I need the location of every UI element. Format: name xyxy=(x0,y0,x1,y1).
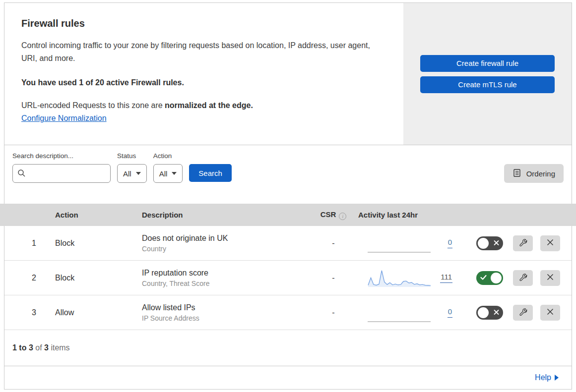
action-label: Action xyxy=(153,152,183,160)
filter-bar: Search description... Status All Action xyxy=(4,145,572,204)
search-label: Search description... xyxy=(12,152,111,160)
search-field-wrap xyxy=(12,164,111,183)
items-count-text: 1 to 3 of 3 items xyxy=(12,343,70,352)
firewall-overview-card: Firewall rules Control incoming traffic … xyxy=(4,2,572,145)
rule-enable-toggle[interactable] xyxy=(476,236,503,250)
rule-description-cell: Allow listed IPs IP Source Address xyxy=(137,303,309,322)
items-of: of xyxy=(33,343,44,352)
rule-description: IP reputation score xyxy=(142,269,309,278)
help-link[interactable]: Help xyxy=(535,373,551,382)
csr-header-label: CSR xyxy=(320,210,336,219)
rule-description-cell: Does not originate in UK Country xyxy=(137,234,309,253)
actions-panel: Create firewall rule Create mTLS rule xyxy=(403,3,572,145)
status-select[interactable]: All xyxy=(117,164,147,183)
search-icon xyxy=(17,169,26,179)
rule-criteria: Country xyxy=(142,245,309,253)
normalization-text: URL-encoded Requests to this zone are xyxy=(21,101,165,110)
items-suffix: items xyxy=(49,343,70,352)
status-group: Status All xyxy=(117,152,147,183)
items-count-footer: 1 to 3 of 3 items xyxy=(4,330,572,366)
action-selected-value: All xyxy=(159,169,168,178)
toggle-knob xyxy=(491,273,502,283)
toggle-knob xyxy=(478,307,489,318)
table-header: Action Description CSRi Activity last 24… xyxy=(0,204,576,226)
activity-count-link[interactable]: 111 xyxy=(440,273,452,283)
rule-criteria: IP Source Address xyxy=(142,314,309,322)
rule-csr-value: - xyxy=(309,239,358,248)
normalization-bold: normalized at the edge. xyxy=(165,101,253,110)
ordering-button-label: Ordering xyxy=(526,169,555,178)
rules-list-card: Search description... Status All Action xyxy=(4,145,572,390)
items-total: 3 xyxy=(44,343,49,352)
search-button[interactable]: Search xyxy=(189,164,232,182)
configure-normalization-link[interactable]: Configure Normalization xyxy=(21,114,107,122)
table-row: 1 Block Does not originate in UK Country… xyxy=(4,226,572,261)
page-title: Firewall rules xyxy=(21,18,384,29)
rule-description: Allow listed IPs xyxy=(142,303,309,312)
action-select[interactable]: All xyxy=(153,164,183,183)
page-description: Control incoming traffic to your zone by… xyxy=(21,39,376,65)
rule-activity-cell: 111 xyxy=(358,268,471,288)
create-mtls-rule-button[interactable]: Create mTLS rule xyxy=(420,76,555,93)
usage-summary: You have used 1 of 20 active Firewall ru… xyxy=(21,78,384,87)
rule-toggle-cell xyxy=(471,271,508,285)
activity-sparkline xyxy=(367,268,432,288)
rule-enable-toggle[interactable] xyxy=(476,271,503,285)
activity-count-link[interactable]: 0 xyxy=(448,238,452,248)
status-selected-value: All xyxy=(123,169,131,178)
rule-enable-toggle[interactable] xyxy=(476,306,503,320)
search-group: Search description... xyxy=(12,152,111,183)
rule-toggle-cell xyxy=(471,306,508,320)
rule-activity-cell: 0 xyxy=(358,233,471,253)
activity-count-link[interactable]: 0 xyxy=(448,307,452,318)
close-icon xyxy=(546,238,554,248)
table-row: 3 Allow Allow listed IPs IP Source Addre… xyxy=(4,295,572,330)
close-icon xyxy=(546,273,554,282)
filter-controls: Search description... Status All Action xyxy=(12,152,232,183)
delete-rule-button[interactable] xyxy=(540,270,560,286)
rule-action: Allow xyxy=(50,308,137,317)
items-range: 1 to 3 xyxy=(12,343,33,352)
delete-rule-button[interactable] xyxy=(540,305,560,321)
rule-activity-cell: 0 xyxy=(358,303,471,323)
activity-sparkline xyxy=(367,233,432,253)
search-input[interactable] xyxy=(12,164,111,183)
rule-action: Block xyxy=(50,239,137,248)
close-icon xyxy=(546,308,554,317)
help-footer: Help xyxy=(4,366,572,389)
activity-sparkline xyxy=(367,303,432,323)
status-label: Status xyxy=(117,152,147,160)
create-firewall-rule-button[interactable]: Create firewall rule xyxy=(420,55,555,72)
check-icon xyxy=(480,274,487,281)
rule-toggle-cell xyxy=(471,236,508,250)
rule-tools-cell xyxy=(508,270,563,286)
rule-csr-value: - xyxy=(309,308,358,317)
info-icon[interactable]: i xyxy=(339,213,346,220)
edit-rule-button[interactable] xyxy=(513,305,533,321)
rule-csr-value: - xyxy=(309,274,358,282)
x-icon xyxy=(494,239,499,247)
delete-rule-button[interactable] xyxy=(540,235,560,251)
wrench-icon xyxy=(518,238,528,249)
column-action: Action xyxy=(50,211,137,219)
rule-tools-cell xyxy=(508,305,563,321)
rule-criteria: Country, Threat Score xyxy=(142,280,309,287)
wrench-icon xyxy=(518,273,528,283)
rule-tools-cell xyxy=(508,235,563,251)
edit-rule-button[interactable] xyxy=(513,270,533,286)
normalization-note: URL-encoded Requests to this zone are no… xyxy=(21,101,384,110)
table-row: 2 Block IP reputation score Country, Thr… xyxy=(4,261,572,295)
column-description: Description xyxy=(137,211,309,219)
chevron-down-icon xyxy=(172,172,177,175)
rule-priority-number: 3 xyxy=(4,308,50,317)
rules-rows: 1 Block Does not originate in UK Country… xyxy=(4,226,572,330)
toggle-knob xyxy=(478,238,489,249)
chevron-down-icon xyxy=(136,172,141,175)
edit-rule-button[interactable] xyxy=(513,235,533,251)
arrow-right-icon xyxy=(555,375,559,381)
ordering-button[interactable]: Ordering xyxy=(504,164,564,183)
overview-text-block: Firewall rules Control incoming traffic … xyxy=(4,3,403,145)
rule-priority-number: 2 xyxy=(4,274,50,282)
list-document-icon xyxy=(512,168,521,179)
action-group: Action All xyxy=(153,152,183,183)
